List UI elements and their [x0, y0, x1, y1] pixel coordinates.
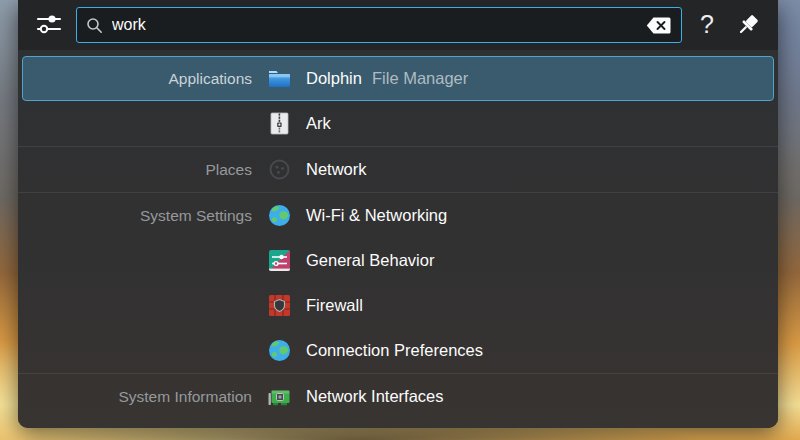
clear-search-button[interactable] [643, 12, 673, 38]
result-label: Network [306, 160, 367, 179]
result-row-dolphin[interactable]: Applications Dolphin File Manager [22, 56, 774, 101]
result-label: Connection Preferences [306, 341, 483, 360]
dolphin-folder-icon [267, 66, 292, 91]
result-label: Ark [306, 114, 331, 133]
search-input[interactable] [112, 16, 643, 34]
globe-network-icon [267, 338, 292, 363]
network-card-icon [267, 384, 292, 409]
result-label: Firewall [306, 296, 363, 315]
search-bar: ? [18, 0, 778, 50]
search-field-container [76, 7, 682, 43]
wallpaper-mountains [0, 426, 800, 440]
firewall-icon [267, 293, 292, 318]
result-category-label: System Settings [19, 207, 267, 225]
result-label: Network Interfaces [306, 387, 444, 406]
results-list: Applications Dolphin File Manager Ark Pl… [18, 50, 778, 428]
result-row-general-behavior[interactable]: General Behavior [18, 238, 778, 283]
result-row-connection-preferences[interactable]: Connection Preferences [18, 328, 778, 373]
result-label: Dolphin [306, 69, 362, 88]
result-label: Wi-Fi & Networking [306, 206, 447, 225]
result-label: General Behavior [306, 251, 434, 270]
ark-archiver-icon [267, 111, 292, 136]
result-row-ark[interactable]: Ark [18, 101, 778, 146]
help-button[interactable]: ? [690, 7, 724, 43]
result-category-label: Places [19, 161, 267, 179]
krunner-panel: ? Applications Dolphin File Manager Ark [18, 0, 778, 428]
result-category-label: System Information [19, 388, 267, 406]
pin-button[interactable] [728, 7, 766, 43]
globe-network-icon [267, 203, 292, 228]
result-row-firewall[interactable]: Firewall [18, 283, 778, 328]
configure-krunner-button[interactable] [32, 8, 66, 42]
result-category-label: Applications [23, 70, 267, 88]
backspace-clear-icon [646, 17, 671, 34]
network-place-icon [267, 157, 292, 182]
result-sublabel: File Manager [372, 69, 468, 88]
magnifier-icon [86, 17, 103, 34]
settings-sliders-icon [267, 248, 292, 273]
pin-icon [734, 12, 761, 39]
result-row-network-interfaces[interactable]: System Information Network Interfaces [18, 374, 778, 419]
result-row-wi-fi-networking[interactable]: System Settings Wi-Fi & Networking [18, 193, 778, 238]
sliders-settings-icon [34, 9, 64, 42]
result-row-network[interactable]: Places Network [18, 147, 778, 192]
